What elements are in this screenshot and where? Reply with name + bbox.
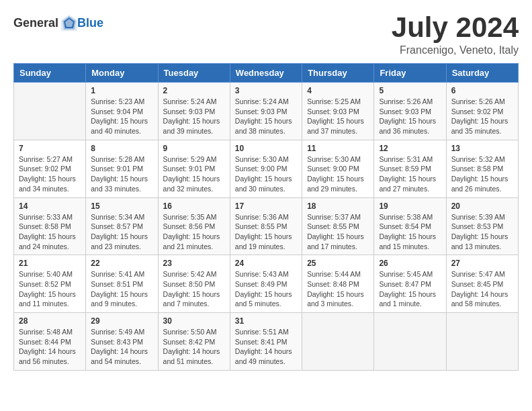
day-number: 27 (451, 259, 513, 268)
calendar-cell: 21Sunrise: 5:40 AM Sunset: 8:52 PM Dayli… (14, 255, 86, 313)
header-cell-saturday: Saturday (446, 64, 518, 83)
calendar-cell: 31Sunrise: 5:51 AM Sunset: 8:41 PM Dayli… (230, 313, 302, 371)
calendar-cell: 16Sunrise: 5:35 AM Sunset: 8:56 PM Dayli… (158, 197, 230, 255)
day-number: 7 (19, 144, 81, 153)
day-number: 14 (19, 201, 81, 211)
day-number: 8 (91, 144, 152, 153)
calendar-cell: 15Sunrise: 5:34 AM Sunset: 8:57 PM Dayli… (86, 197, 158, 255)
header-row: SundayMondayTuesdayWednesdayThursdayFrid… (14, 64, 519, 83)
day-info: Sunrise: 5:42 AM Sunset: 8:50 PM Dayligh… (163, 269, 225, 309)
day-number: 28 (19, 316, 81, 326)
day-number: 25 (307, 259, 369, 268)
calendar-cell (302, 313, 374, 371)
header-cell-sunday: Sunday (14, 64, 86, 83)
day-number: 10 (235, 144, 297, 153)
header: General Blue July 2024 Francenigo, Venet… (13, 13, 519, 56)
day-info: Sunrise: 5:51 AM Sunset: 8:41 PM Dayligh… (235, 327, 297, 367)
day-number: 16 (163, 201, 225, 211)
header-cell-monday: Monday (86, 64, 158, 83)
day-number: 30 (163, 316, 225, 326)
day-info: Sunrise: 5:39 AM Sunset: 8:53 PM Dayligh… (451, 212, 513, 252)
day-number: 29 (91, 316, 152, 326)
calendar-cell: 29Sunrise: 5:49 AM Sunset: 8:43 PM Dayli… (86, 313, 158, 371)
calendar-cell: 4Sunrise: 5:25 AM Sunset: 9:03 PM Daylig… (302, 83, 374, 140)
day-info: Sunrise: 5:25 AM Sunset: 9:03 PM Dayligh… (307, 97, 369, 136)
day-number: 24 (235, 259, 297, 268)
day-info: Sunrise: 5:26 AM Sunset: 9:02 PM Dayligh… (451, 97, 513, 136)
day-info: Sunrise: 5:28 AM Sunset: 9:01 PM Dayligh… (91, 154, 152, 194)
calendar-cell: 11Sunrise: 5:30 AM Sunset: 9:00 PM Dayli… (302, 140, 374, 197)
day-number: 15 (91, 201, 152, 211)
day-info: Sunrise: 5:24 AM Sunset: 9:03 PM Dayligh… (235, 97, 297, 136)
calendar-cell (446, 313, 518, 371)
calendar-cell (14, 83, 86, 140)
day-info: Sunrise: 5:34 AM Sunset: 8:57 PM Dayligh… (91, 212, 152, 252)
calendar-table: SundayMondayTuesdayWednesdayThursdayFrid… (13, 63, 519, 371)
day-number: 19 (379, 201, 441, 211)
calendar-cell: 13Sunrise: 5:32 AM Sunset: 8:58 PM Dayli… (446, 140, 518, 197)
day-number: 5 (379, 86, 441, 95)
day-info: Sunrise: 5:29 AM Sunset: 9:01 PM Dayligh… (163, 154, 225, 194)
day-info: Sunrise: 5:49 AM Sunset: 8:43 PM Dayligh… (91, 327, 152, 367)
title-area: July 2024 Francenigo, Veneto, Italy (392, 13, 519, 56)
logo-general-text: General (13, 16, 58, 30)
day-number: 4 (307, 86, 369, 95)
calendar-cell: 18Sunrise: 5:37 AM Sunset: 8:55 PM Dayli… (302, 197, 374, 255)
calendar-cell: 24Sunrise: 5:43 AM Sunset: 8:49 PM Dayli… (230, 255, 302, 313)
week-row-4: 21Sunrise: 5:40 AM Sunset: 8:52 PM Dayli… (14, 255, 519, 313)
day-info: Sunrise: 5:23 AM Sunset: 9:04 PM Dayligh… (91, 97, 152, 136)
week-row-1: 1Sunrise: 5:23 AM Sunset: 9:04 PM Daylig… (14, 83, 519, 140)
header-cell-thursday: Thursday (302, 64, 374, 83)
location-title: Francenigo, Veneto, Italy (392, 44, 519, 56)
day-number: 3 (235, 86, 297, 95)
header-cell-tuesday: Tuesday (158, 64, 230, 83)
day-info: Sunrise: 5:43 AM Sunset: 8:49 PM Dayligh… (235, 269, 297, 309)
day-number: 12 (379, 144, 441, 153)
day-number: 31 (235, 316, 297, 326)
day-info: Sunrise: 5:40 AM Sunset: 8:52 PM Dayligh… (19, 269, 81, 309)
day-number: 1 (91, 86, 152, 95)
day-info: Sunrise: 5:31 AM Sunset: 8:59 PM Dayligh… (379, 154, 441, 194)
day-number: 22 (91, 259, 152, 268)
calendar-cell: 27Sunrise: 5:47 AM Sunset: 8:45 PM Dayli… (446, 255, 518, 313)
calendar-cell: 25Sunrise: 5:44 AM Sunset: 8:48 PM Dayli… (302, 255, 374, 313)
calendar-cell: 30Sunrise: 5:50 AM Sunset: 8:42 PM Dayli… (158, 313, 230, 371)
calendar-cell: 8Sunrise: 5:28 AM Sunset: 9:01 PM Daylig… (86, 140, 158, 197)
day-info: Sunrise: 5:37 AM Sunset: 8:55 PM Dayligh… (307, 212, 369, 252)
day-info: Sunrise: 5:33 AM Sunset: 8:58 PM Dayligh… (19, 212, 81, 252)
month-title: July 2024 (392, 13, 519, 42)
calendar-cell: 12Sunrise: 5:31 AM Sunset: 8:59 PM Dayli… (374, 140, 446, 197)
day-number: 20 (451, 201, 513, 211)
day-number: 11 (307, 144, 369, 153)
day-number: 23 (163, 259, 225, 268)
day-info: Sunrise: 5:35 AM Sunset: 8:56 PM Dayligh… (163, 212, 225, 252)
header-cell-friday: Friday (374, 64, 446, 83)
calendar-cell: 19Sunrise: 5:38 AM Sunset: 8:54 PM Dayli… (374, 197, 446, 255)
day-number: 6 (451, 86, 513, 95)
day-info: Sunrise: 5:32 AM Sunset: 8:58 PM Dayligh… (451, 154, 513, 194)
calendar-header: SundayMondayTuesdayWednesdayThursdayFrid… (14, 64, 519, 83)
calendar-cell: 7Sunrise: 5:27 AM Sunset: 9:02 PM Daylig… (14, 140, 86, 197)
calendar-cell: 1Sunrise: 5:23 AM Sunset: 9:04 PM Daylig… (86, 83, 158, 140)
logo-icon (60, 13, 79, 32)
calendar-cell: 9Sunrise: 5:29 AM Sunset: 9:01 PM Daylig… (158, 140, 230, 197)
day-number: 26 (379, 259, 441, 268)
calendar-cell: 26Sunrise: 5:45 AM Sunset: 8:47 PM Dayli… (374, 255, 446, 313)
day-number: 17 (235, 201, 297, 211)
day-info: Sunrise: 5:30 AM Sunset: 9:00 PM Dayligh… (235, 154, 297, 194)
day-info: Sunrise: 5:45 AM Sunset: 8:47 PM Dayligh… (379, 269, 441, 309)
calendar-cell: 6Sunrise: 5:26 AM Sunset: 9:02 PM Daylig… (446, 83, 518, 140)
day-info: Sunrise: 5:48 AM Sunset: 8:44 PM Dayligh… (19, 327, 81, 367)
calendar-cell: 3Sunrise: 5:24 AM Sunset: 9:03 PM Daylig… (230, 83, 302, 140)
calendar-cell: 10Sunrise: 5:30 AM Sunset: 9:00 PM Dayli… (230, 140, 302, 197)
day-info: Sunrise: 5:38 AM Sunset: 8:54 PM Dayligh… (379, 212, 441, 252)
day-info: Sunrise: 5:41 AM Sunset: 8:51 PM Dayligh… (91, 269, 152, 309)
calendar-cell: 28Sunrise: 5:48 AM Sunset: 8:44 PM Dayli… (14, 313, 86, 371)
week-row-3: 14Sunrise: 5:33 AM Sunset: 8:58 PM Dayli… (14, 197, 519, 255)
logo: General Blue (13, 13, 103, 32)
day-info: Sunrise: 5:26 AM Sunset: 9:03 PM Dayligh… (379, 97, 441, 136)
day-info: Sunrise: 5:30 AM Sunset: 9:00 PM Dayligh… (307, 154, 369, 194)
day-info: Sunrise: 5:24 AM Sunset: 9:03 PM Dayligh… (163, 97, 225, 136)
calendar-cell: 22Sunrise: 5:41 AM Sunset: 8:51 PM Dayli… (86, 255, 158, 313)
day-info: Sunrise: 5:50 AM Sunset: 8:42 PM Dayligh… (163, 327, 225, 367)
